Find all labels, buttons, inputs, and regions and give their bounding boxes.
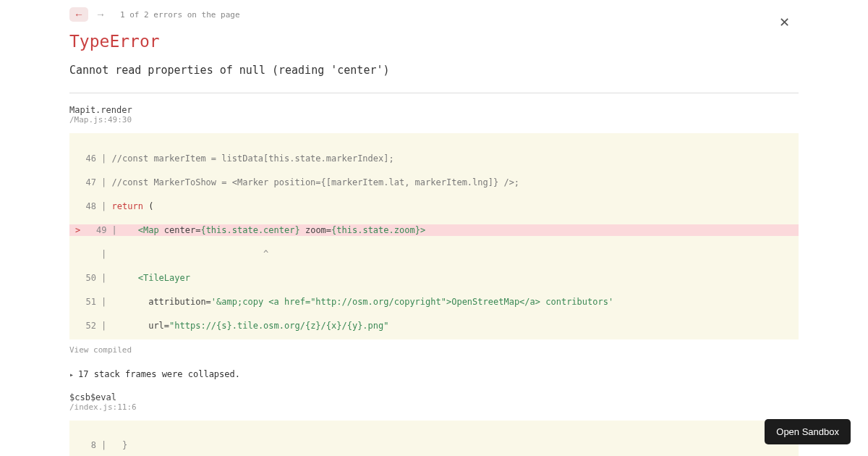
close-icon[interactable]: ✕ — [779, 14, 790, 30]
code-block-2: 8 | } 9 | ) 10 | > 11 | render(<App />, … — [69, 421, 799, 456]
open-sandbox-button[interactable]: Open Sandbox — [765, 419, 851, 444]
divider — [69, 93, 799, 93]
prev-error-button[interactable]: ← — [69, 7, 88, 22]
collapsed-frames-toggle[interactable]: 17 stack frames were collapsed. — [69, 369, 799, 379]
next-error-button[interactable]: → — [91, 7, 110, 22]
error-message: Cannot read properties of null (reading … — [69, 64, 799, 77]
frame-function-2: $csb$eval — [69, 392, 799, 402]
frame-location-2: /index.js:11:6 — [69, 402, 799, 412]
error-counter: 1 of 2 errors on the page — [120, 10, 240, 20]
error-type: TypeError — [69, 32, 799, 51]
frame-function: Mapit.render — [69, 105, 799, 115]
code-block-1: 46 | //const markerItem = listData[this.… — [69, 133, 799, 339]
error-nav: ← → 1 of 2 errors on the page — [69, 7, 799, 22]
view-compiled-link[interactable]: View compiled — [69, 345, 799, 355]
frame-location: /Map.js:49:30 — [69, 115, 799, 124]
